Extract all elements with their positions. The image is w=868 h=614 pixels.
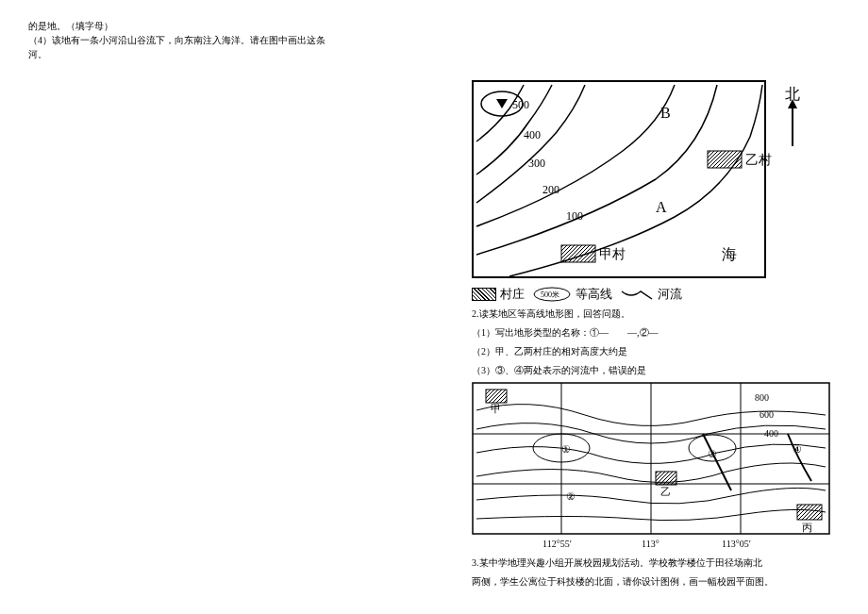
svg-text:400: 400 [764, 428, 778, 439]
contour-label-300: 300 [528, 157, 545, 170]
contour-legend-icon: 500米 [532, 286, 572, 303]
label-sea: 海 [722, 246, 737, 262]
svg-rect-2 [561, 245, 595, 262]
q2-sub2: （2）甲、乙两村庄的相对高度大约是 [472, 344, 844, 359]
village-legend-icon [472, 288, 496, 301]
label-b: B [660, 105, 671, 121]
left-text-line2: （4）该地有一条小河沿山谷流下，向东南注入海洋。请在图中画出这条 [28, 33, 349, 47]
contour-label-200: 200 [542, 183, 559, 196]
svg-rect-16 [656, 472, 676, 485]
contour-label-400: 400 [524, 128, 541, 141]
legend-river: 河流 [658, 286, 682, 303]
marker-4: ④ [793, 443, 802, 455]
marker-1: ① [561, 443, 571, 455]
contour-map-2: 800 600 400 ① ② ③ ④ 甲 乙 丙 112°55′ 113° 1… [472, 382, 830, 552]
contour-map-1: 500 400 300 200 100 A B 甲村 乙村 海 北 [472, 80, 811, 278]
map1-legend: 村庄 500米 等高线 河流 [472, 286, 844, 303]
label-jia: 甲村 [599, 247, 626, 261]
village-yi-icon [708, 151, 742, 168]
lon-2: 113° [642, 539, 659, 549]
q3-line2: 两侧，学生公寓位于科技楼的北面，请你设计图例，画一幅校园平面图。 [472, 574, 844, 589]
contour-label-500: 500 [512, 98, 529, 111]
svg-text:800: 800 [755, 392, 769, 403]
label-yi2: 乙 [660, 486, 671, 497]
contour-label-100: 100 [566, 209, 583, 223]
left-text-line3: 河。 [28, 47, 349, 61]
label-jia2: 甲 [491, 403, 501, 414]
left-text-line1: 的是地。（填字母） [28, 19, 349, 33]
q2-sub3: （3）③、④两处表示的河流中，错误的是 [472, 363, 844, 378]
svg-text:500米: 500米 [541, 290, 559, 299]
svg-rect-3 [708, 151, 742, 168]
legend-contour: 等高线 [576, 286, 612, 303]
marker-2: ② [566, 490, 576, 502]
svg-text:600: 600 [760, 409, 774, 420]
lon-1: 112°55′ [542, 539, 572, 549]
label-a: A [656, 199, 667, 215]
svg-rect-15 [486, 390, 507, 403]
q2-title: 2.读某地区等高线地形图，回答问题。 [472, 307, 844, 322]
q3-line1: 3.某中学地理兴趣小组开展校园规划活动。学校教学楼位于田径场南北 [472, 556, 844, 571]
legend-village: 村庄 [500, 286, 525, 303]
svg-rect-17 [797, 505, 822, 520]
village-jia-icon [561, 245, 595, 262]
marker-3: ③ [708, 448, 717, 459]
label-yi: 乙村 [745, 153, 772, 167]
river-legend-icon [620, 286, 654, 303]
q2-sub1: （1）写出地形类型的名称：①— —,②— [472, 325, 844, 340]
lon-3: 113°05′ [722, 539, 751, 549]
label-bing: 丙 [802, 522, 812, 533]
